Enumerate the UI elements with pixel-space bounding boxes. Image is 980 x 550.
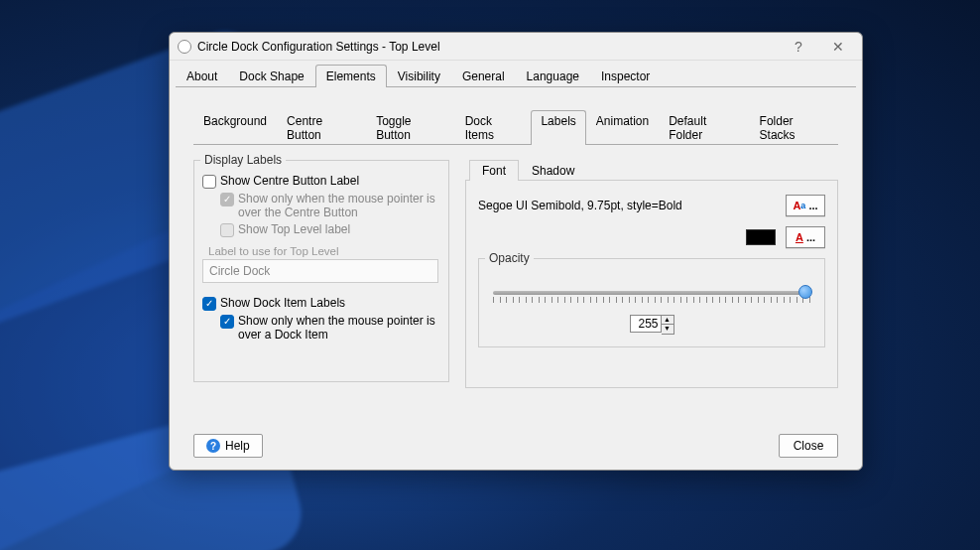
show-dock-item-labels-text: Show Dock Item Labels: [220, 296, 345, 310]
close-window-button[interactable]: ✕: [818, 36, 858, 58]
show-dock-item-labels-checkbox[interactable]: [202, 297, 216, 311]
main-tab-general[interactable]: General: [451, 65, 516, 87]
centre-hover-checkbox: [220, 193, 234, 206]
show-top-level-text: Show Top Level label: [238, 222, 350, 236]
main-tab-dock-shape[interactable]: Dock Shape: [228, 65, 314, 87]
main-tab-elements[interactable]: Elements: [315, 65, 387, 87]
footer: ? Help Close: [170, 426, 862, 470]
opacity-group: Opacity ▲ ▼: [478, 258, 825, 347]
sub-tabs: BackgroundCentre ButtonToggle ButtonDock…: [170, 88, 862, 145]
opacity-value-input[interactable]: [630, 315, 662, 333]
help-footer-button[interactable]: ? Help: [193, 434, 263, 458]
sub-tab-labels[interactable]: Labels: [531, 110, 585, 145]
opacity-slider[interactable]: [493, 291, 810, 295]
window-title: Circle Dock Configuration Settings - Top…: [197, 40, 779, 54]
help-button[interactable]: ?: [779, 36, 818, 58]
display-labels-group: Display Labels Show Centre Button Label …: [193, 160, 449, 382]
titlebar: Circle Dock Configuration Settings - Top…: [170, 33, 862, 61]
app-icon: [178, 40, 191, 54]
opacity-down-button[interactable]: ▼: [662, 325, 674, 334]
opacity-legend: Opacity: [485, 251, 534, 265]
font-tab-shadow[interactable]: Shadow: [519, 160, 587, 181]
centre-hover-text: Show only when the mouse pointer is over…: [238, 192, 440, 219]
dock-item-hover-checkbox[interactable]: [220, 315, 234, 329]
help-icon: ?: [206, 439, 220, 453]
opacity-up-button[interactable]: ▲: [662, 316, 674, 325]
top-level-label-input[interactable]: [202, 259, 438, 283]
dock-item-hover-text: Show only when the mouse pointer is over…: [238, 314, 440, 342]
font-color-swatch: [746, 229, 776, 245]
config-window: Circle Dock Configuration Settings - Top…: [169, 32, 863, 471]
main-tabs: AboutDock ShapeElementsVisibilityGeneral…: [170, 61, 862, 87]
opacity-slider-thumb[interactable]: [798, 285, 812, 299]
sub-tab-folder-stacks[interactable]: Folder Stacks: [750, 110, 838, 145]
font-tab-font[interactable]: Font: [469, 160, 519, 181]
top-level-label-caption: Label to use for Top Level: [208, 245, 440, 257]
font-description: Segoe UI Semibold, 9.75pt, style=Bold: [478, 199, 776, 212]
sub-tab-default-folder[interactable]: Default Folder: [659, 110, 749, 145]
font-picker-button[interactable]: Aa ...: [786, 195, 825, 216]
content-area: Display Labels Show Centre Button Label …: [170, 146, 862, 426]
show-centre-label-text: Show Centre Button Label: [220, 174, 359, 188]
sub-tab-dock-items[interactable]: Dock Items: [455, 110, 532, 145]
close-button-label: Close: [794, 439, 824, 453]
main-tab-about[interactable]: About: [176, 65, 228, 87]
sub-tab-toggle-button[interactable]: Toggle Button: [366, 110, 454, 145]
show-centre-label-checkbox[interactable]: [202, 175, 216, 189]
sub-tab-animation[interactable]: Animation: [586, 110, 659, 145]
font-tabs: FontShadow: [465, 160, 838, 181]
font-panel: Segoe UI Semibold, 9.75pt, style=Bold Aa…: [465, 180, 838, 388]
opacity-spinner[interactable]: ▲ ▼: [487, 315, 816, 335]
main-tab-language[interactable]: Language: [516, 65, 590, 87]
main-tab-visibility[interactable]: Visibility: [387, 65, 451, 87]
close-footer-button[interactable]: Close: [779, 434, 838, 458]
sub-tab-background[interactable]: Background: [193, 110, 277, 145]
sub-tab-centre-button[interactable]: Centre Button: [277, 110, 366, 145]
help-button-label: Help: [225, 439, 250, 453]
font-color-button[interactable]: A ...: [786, 226, 825, 248]
show-top-level-checkbox: [220, 223, 234, 237]
main-tab-inspector[interactable]: Inspector: [590, 65, 661, 87]
slider-ticks: [493, 297, 810, 303]
display-labels-legend: Display Labels: [200, 153, 286, 167]
